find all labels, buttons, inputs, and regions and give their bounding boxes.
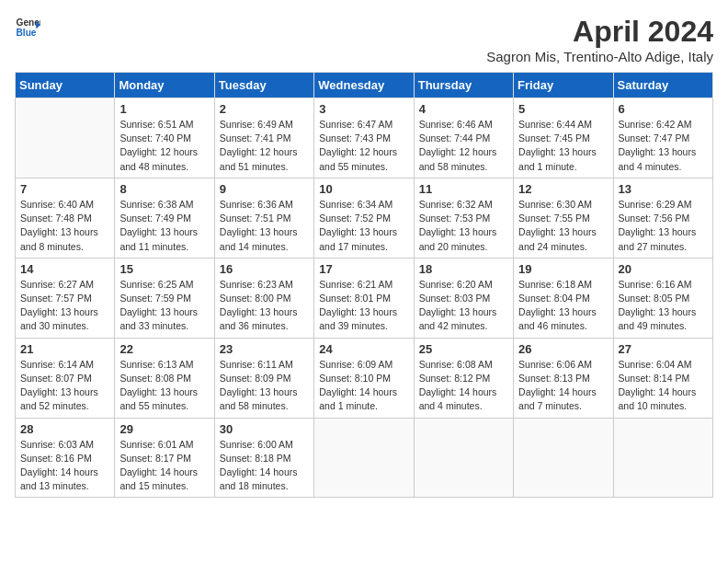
calendar-day-cell: 25Sunrise: 6:08 AMSunset: 8:12 PMDayligh… [414,338,513,418]
calendar-day-cell: 22Sunrise: 6:13 AMSunset: 8:08 PMDayligh… [115,338,214,418]
day-info: Sunrise: 6:51 AMSunset: 7:40 PMDaylight:… [119,118,209,174]
day-info: Sunrise: 6:30 AMSunset: 7:55 PMDaylight:… [518,198,608,254]
day-number: 7 [20,182,109,196]
calendar-day-cell: 21Sunrise: 6:14 AMSunset: 8:07 PMDayligh… [16,338,115,418]
calendar-day-cell: 20Sunrise: 6:16 AMSunset: 8:05 PMDayligh… [613,258,712,338]
day-number: 1 [119,102,209,116]
calendar-day-cell: 29Sunrise: 6:01 AMSunset: 8:17 PMDayligh… [115,418,214,498]
day-of-week-header: Thursday [414,73,513,98]
calendar-day-cell: 8Sunrise: 6:38 AMSunset: 7:49 PMDaylight… [115,178,214,258]
day-number: 2 [220,102,309,116]
calendar-day-cell: 6Sunrise: 6:42 AMSunset: 7:47 PMDaylight… [613,98,712,178]
day-number: 8 [119,182,209,196]
day-info: Sunrise: 6:40 AMSunset: 7:48 PMDaylight:… [20,198,109,254]
day-of-week-header: Monday [115,73,214,98]
day-of-week-header: Sunday [16,73,115,98]
day-info: Sunrise: 6:38 AMSunset: 7:49 PMDaylight:… [119,198,209,254]
calendar-day-cell: 13Sunrise: 6:29 AMSunset: 7:56 PMDayligh… [613,178,712,258]
calendar-day-cell: 9Sunrise: 6:36 AMSunset: 7:51 PMDaylight… [214,178,313,258]
calendar-day-cell: 28Sunrise: 6:03 AMSunset: 8:16 PMDayligh… [16,418,115,498]
day-info: Sunrise: 6:29 AMSunset: 7:56 PMDaylight:… [619,198,708,254]
day-info: Sunrise: 6:16 AMSunset: 8:05 PMDaylight:… [619,278,708,334]
day-info: Sunrise: 6:14 AMSunset: 8:07 PMDaylight:… [20,358,109,414]
day-info: Sunrise: 6:23 AMSunset: 8:00 PMDaylight:… [220,278,309,334]
day-number: 19 [518,262,608,276]
day-info: Sunrise: 6:08 AMSunset: 8:12 PMDaylight:… [419,358,508,414]
calendar-day-cell [613,418,712,498]
header: General Blue April 2024 Sagron Mis, Tren… [15,15,713,64]
calendar-week-row: 1Sunrise: 6:51 AMSunset: 7:40 PMDaylight… [16,98,713,178]
day-number: 25 [419,342,508,356]
day-info: Sunrise: 6:13 AMSunset: 8:08 PMDaylight:… [119,358,209,414]
day-number: 27 [619,342,708,356]
day-info: Sunrise: 6:09 AMSunset: 8:10 PMDaylight:… [319,358,408,414]
day-number: 15 [119,262,209,276]
calendar-day-cell: 11Sunrise: 6:32 AMSunset: 7:53 PMDayligh… [414,178,513,258]
day-number: 16 [220,262,309,276]
day-info: Sunrise: 6:11 AMSunset: 8:09 PMDaylight:… [220,358,309,414]
calendar-day-cell: 1Sunrise: 6:51 AMSunset: 7:40 PMDaylight… [115,98,214,178]
calendar-day-cell: 17Sunrise: 6:21 AMSunset: 8:01 PMDayligh… [314,258,414,338]
calendar-day-cell: 10Sunrise: 6:34 AMSunset: 7:52 PMDayligh… [314,178,414,258]
logo: General Blue [15,15,40,40]
location-subtitle: Sagron Mis, Trentino-Alto Adige, Italy [486,49,713,64]
day-info: Sunrise: 6:21 AMSunset: 8:01 PMDaylight:… [319,278,408,334]
day-number: 23 [220,342,309,356]
day-of-week-header: Tuesday [214,73,313,98]
day-number: 9 [220,182,309,196]
day-info: Sunrise: 6:25 AMSunset: 7:59 PMDaylight:… [119,278,209,334]
calendar-day-cell [514,418,613,498]
calendar-day-cell: 7Sunrise: 6:40 AMSunset: 7:48 PMDaylight… [16,178,115,258]
calendar-day-cell: 23Sunrise: 6:11 AMSunset: 8:09 PMDayligh… [214,338,313,418]
day-number: 26 [518,342,608,356]
svg-text:Blue: Blue [17,28,37,38]
calendar-week-row: 28Sunrise: 6:03 AMSunset: 8:16 PMDayligh… [16,418,713,498]
day-info: Sunrise: 6:36 AMSunset: 7:51 PMDaylight:… [220,198,309,254]
title-area: April 2024 Sagron Mis, Trentino-Alto Adi… [486,15,713,64]
month-title: April 2024 [486,15,713,49]
day-number: 21 [20,342,109,356]
calendar-day-cell: 14Sunrise: 6:27 AMSunset: 7:57 PMDayligh… [16,258,115,338]
calendar-day-cell: 12Sunrise: 6:30 AMSunset: 7:55 PMDayligh… [514,178,613,258]
day-number: 3 [319,102,408,116]
day-number: 28 [20,422,109,436]
day-number: 14 [20,262,109,276]
day-number: 11 [419,182,508,196]
day-info: Sunrise: 6:46 AMSunset: 7:44 PMDaylight:… [419,118,508,174]
calendar-day-cell: 26Sunrise: 6:06 AMSunset: 8:13 PMDayligh… [514,338,613,418]
day-info: Sunrise: 6:44 AMSunset: 7:45 PMDaylight:… [518,118,608,174]
day-info: Sunrise: 6:01 AMSunset: 8:17 PMDaylight:… [119,438,209,494]
calendar-day-cell: 15Sunrise: 6:25 AMSunset: 7:59 PMDayligh… [115,258,214,338]
calendar-day-cell: 16Sunrise: 6:23 AMSunset: 8:00 PMDayligh… [214,258,313,338]
calendar-day-cell: 5Sunrise: 6:44 AMSunset: 7:45 PMDaylight… [514,98,613,178]
day-info: Sunrise: 6:34 AMSunset: 7:52 PMDaylight:… [319,198,408,254]
day-info: Sunrise: 6:47 AMSunset: 7:43 PMDaylight:… [319,118,408,174]
day-number: 4 [419,102,508,116]
day-number: 20 [619,262,708,276]
day-number: 5 [518,102,608,116]
logo-icon: General Blue [15,15,40,40]
calendar-day-cell: 18Sunrise: 6:20 AMSunset: 8:03 PMDayligh… [414,258,513,338]
day-info: Sunrise: 6:04 AMSunset: 8:14 PMDaylight:… [619,358,708,414]
day-info: Sunrise: 6:03 AMSunset: 8:16 PMDaylight:… [20,438,109,494]
day-number: 30 [220,422,309,436]
calendar-day-cell [414,418,513,498]
day-info: Sunrise: 6:00 AMSunset: 8:18 PMDaylight:… [220,438,309,494]
calendar-day-cell: 19Sunrise: 6:18 AMSunset: 8:04 PMDayligh… [514,258,613,338]
day-number: 24 [319,342,408,356]
calendar-header-row: SundayMondayTuesdayWednesdayThursdayFrid… [16,73,713,98]
day-number: 29 [119,422,209,436]
calendar-day-cell: 27Sunrise: 6:04 AMSunset: 8:14 PMDayligh… [613,338,712,418]
calendar-day-cell [16,98,115,178]
day-number: 12 [518,182,608,196]
day-number: 6 [619,102,708,116]
calendar-day-cell: 24Sunrise: 6:09 AMSunset: 8:10 PMDayligh… [314,338,414,418]
day-number: 22 [119,342,209,356]
day-info: Sunrise: 6:42 AMSunset: 7:47 PMDaylight:… [619,118,708,174]
day-number: 17 [319,262,408,276]
calendar-week-row: 14Sunrise: 6:27 AMSunset: 7:57 PMDayligh… [16,258,713,338]
day-info: Sunrise: 6:32 AMSunset: 7:53 PMDaylight:… [419,198,508,254]
calendar-day-cell: 3Sunrise: 6:47 AMSunset: 7:43 PMDaylight… [314,98,414,178]
calendar-week-row: 7Sunrise: 6:40 AMSunset: 7:48 PMDaylight… [16,178,713,258]
calendar-table: SundayMondayTuesdayWednesdayThursdayFrid… [15,72,713,498]
